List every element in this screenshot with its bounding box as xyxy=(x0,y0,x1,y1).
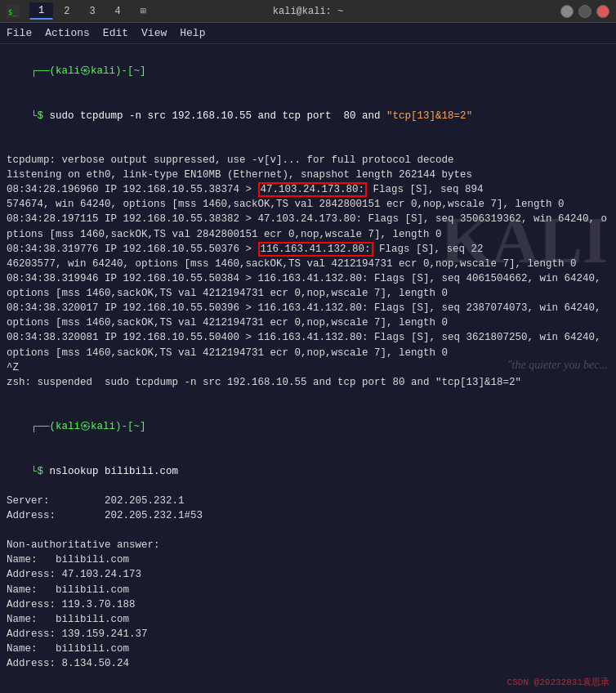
ctrl-z: ^Z xyxy=(7,360,609,375)
ns-name-2: Name: bilibili.com xyxy=(7,583,609,597)
menu-view[interactable]: View xyxy=(141,27,167,39)
packet-3-suffix: Flags [S], seq 22 xyxy=(373,244,484,255)
ns-addr-1: Address: 47.103.24.173 xyxy=(7,567,609,582)
prompt-nslookup-1: ┌──(kali㉿kali)-[~] xyxy=(7,405,609,449)
terminal-area[interactable]: KALI "the quieter you bec... ┌──(kali㉿ka… xyxy=(0,44,616,693)
tab-3[interactable]: 3 xyxy=(80,3,104,20)
ns-address: Address: 202.205.232.1#53 xyxy=(7,508,609,523)
cmd-tcpdump: sudo tcpdump -n src 192.168.10.55 and tc… xyxy=(50,110,387,122)
highlight-ip-2: 116.163.41.132.80: xyxy=(258,242,373,257)
maximize-button[interactable] xyxy=(578,5,591,18)
minimize-button[interactable] xyxy=(560,5,574,18)
svg-text:$_: $_ xyxy=(8,8,17,16)
ns-name-3: Name: bilibili.com xyxy=(7,612,609,627)
ns-addr-3: Address: 139.159.241.37 xyxy=(7,627,609,642)
window-title: kali@kali: ~ xyxy=(273,6,343,17)
packet-line-1: 08:34:28.196960 IP 192.168.10.55.38374 >… xyxy=(7,182,609,197)
cmd-nslookup: nslookup bilibili.com xyxy=(50,466,179,477)
ns-addr-2: Address: 119.3.70.188 xyxy=(7,597,609,612)
menu-edit[interactable]: Edit xyxy=(103,27,128,39)
ns-non-auth: Non-authoritative answer: xyxy=(7,538,609,552)
tcpdump-listen: listening on eth0, link-type EN10MB (Eth… xyxy=(7,168,609,182)
packet-line-6: 08:34:38.320081 IP 192.168.10.55.50400 >… xyxy=(7,330,609,360)
highlight-ip-1: 47.103.24.173.80: xyxy=(258,182,368,197)
tab-new[interactable]: ⊞ xyxy=(132,2,155,20)
packet-line-2: 08:34:28.197115 IP 192.168.10.55.38382 >… xyxy=(7,212,609,241)
blank-1 xyxy=(7,138,609,153)
packet-1-suffix: Flags [S], seq 894 xyxy=(367,184,484,195)
packet-line-4: 08:34:38.319946 IP 192.168.10.55.50384 >… xyxy=(7,271,609,301)
prompt-text-1: ┌──(kali㉿kali)-[~] xyxy=(31,65,146,77)
window-controls xyxy=(560,5,609,18)
blank-3 xyxy=(7,523,609,538)
packet-line-5: 08:34:38.320017 IP 192.168.10.55.50396 >… xyxy=(7,301,609,330)
packet-3-prefix: 08:34:38.319776 IP 192.168.10.55.50376 > xyxy=(7,244,258,255)
tcpdump-verbose: tcpdump: verbose output suppressed, use … xyxy=(7,153,609,168)
cmd-line-tcpdump-2: └$ sudo tcpdump -n src 192.168.10.55 and… xyxy=(7,93,609,137)
ns-name-1: Name: bilibili.com xyxy=(7,552,609,567)
close-button[interactable] xyxy=(596,5,609,18)
packet-1-prefix: 08:34:28.196960 IP 192.168.10.55.38374 > xyxy=(7,184,258,195)
menubar: File Actions Edit View Help xyxy=(0,23,616,44)
tab-2[interactable]: 2 xyxy=(55,3,78,20)
tab-bar: 1 2 3 4 ⊞ xyxy=(29,2,155,20)
ns-name-4: Name: bilibili.com xyxy=(7,642,609,656)
titlebar-left: $_ 1 2 3 4 ⊞ xyxy=(7,2,155,20)
prompt-dollar-1: └$ xyxy=(31,110,50,122)
terminal-icon: $_ xyxy=(7,5,20,18)
blank-2 xyxy=(7,390,609,405)
prompt-dollar-2: └$ xyxy=(31,466,50,477)
cmd-tcpdump-quoted: "tcp[13]&18=2" xyxy=(386,110,472,122)
menu-file[interactable]: File xyxy=(7,27,32,39)
packet-line-3: 08:34:38.319776 IP 192.168.10.55.50376 >… xyxy=(7,242,609,257)
packet-line-3b: 46203577, win 64240, options [mss 1460,s… xyxy=(7,257,609,271)
titlebar: $_ 1 2 3 4 ⊞ kali@kali: ~ xyxy=(0,0,616,23)
prompt-text-2: ┌──(kali㉿kali)-[~] xyxy=(31,421,146,432)
packet-line-1b: 574674, win 64240, options [mss 1460,sac… xyxy=(7,197,609,212)
suspended-msg: zsh: suspended sudo tcpdump -n src 192.1… xyxy=(7,375,609,390)
ns-server: Server: 202.205.232.1 xyxy=(7,494,609,508)
tab-4[interactable]: 4 xyxy=(106,3,130,20)
menu-actions[interactable]: Actions xyxy=(45,27,90,39)
prompt-nslookup-2: └$ nslookup bilibili.com xyxy=(7,449,609,493)
menu-help[interactable]: Help xyxy=(180,27,205,39)
final-prompt-1: ┌──(kali㉿kali)-[~] xyxy=(7,686,609,693)
cmd-line-tcpdump: ┌──(kali㉿kali)-[~] xyxy=(7,49,609,93)
blank-4 xyxy=(7,671,609,686)
tab-1[interactable]: 1 xyxy=(29,2,53,20)
ns-addr-4: Address: 8.134.50.24 xyxy=(7,656,609,671)
